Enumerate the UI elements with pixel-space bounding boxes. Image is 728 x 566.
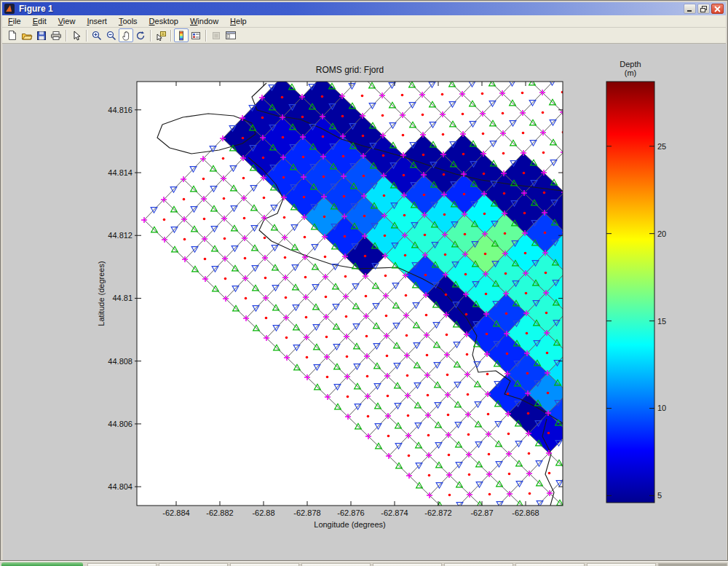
taskbar-button[interactable] [515,563,585,566]
rho-point-marker [464,273,467,276]
menu-bar: FileEditViewInsertToolsDesktopWindowHelp [2,15,726,28]
insert-colorbar-button[interactable] [174,28,189,42]
rho-point-marker [544,232,547,235]
rho-point-marker [522,132,525,135]
rho-point-marker [504,232,507,235]
menu-item-edit[interactable]: Edit [27,16,52,27]
rho-point-marker [344,275,347,278]
menu-item-file[interactable]: File [2,16,27,27]
rho-point-marker [443,173,446,176]
show-plot-tools-icon [225,31,237,40]
open-file-button[interactable] [20,28,34,42]
rho-point-marker [365,335,368,338]
hide-plot-tools-icon [212,31,221,40]
rho-point-marker [242,137,245,140]
taskbar-button[interactable] [658,563,727,566]
rho-point-marker [408,455,411,457]
rho-point-marker [381,114,384,117]
rho-point-marker [404,254,407,257]
roms-grid-plot[interactable]: -62.884-62.882-62.88-62.878-62.876-62.87… [3,44,727,560]
rho-point-marker [488,453,491,456]
rho-point-marker [343,195,346,198]
start-button[interactable] [1,562,83,566]
menu-item-desktop[interactable]: Desktop [143,16,184,27]
new-file-icon [7,30,17,41]
y-axis-label: Latitude (degrees) [97,261,106,326]
taskbar-button[interactable] [444,563,513,566]
rho-point-marker [422,154,425,157]
rho-point-marker [321,95,324,98]
toolbar [2,28,726,44]
rho-point-marker [367,415,370,418]
show-plot-tools-button[interactable] [223,28,238,42]
rho-point-marker [482,133,485,135]
pan-hand-icon [122,31,131,41]
taskbar-button[interactable] [301,563,371,566]
taskbar-button[interactable] [87,563,157,566]
restore-button[interactable] [697,4,710,14]
menu-item-help[interactable]: Help [224,16,253,27]
taskbar-button[interactable] [230,563,299,566]
new-figure-button[interactable] [5,28,20,42]
rho-point-marker [547,392,550,395]
menu-item-window[interactable]: Window [184,16,224,27]
edit-plot-button[interactable] [69,28,84,42]
rho-point-marker [406,374,409,377]
rho-point-marker [326,376,329,379]
rho-point-marker [282,136,285,139]
colorbar-tick-label: 10 [657,404,666,412]
rho-point-marker [542,111,545,114]
window-title: Figure 1 [19,4,684,14]
rho-point-marker [263,197,266,200]
rho-point-marker [428,474,431,477]
plot-title: ROMS grid: Fjord [316,65,384,75]
zoom-in-button[interactable] [90,28,104,42]
rho-point-marker [507,393,510,396]
data-cursor-button[interactable] [154,28,168,42]
rho-point-marker [484,253,487,256]
insert-legend-button[interactable] [189,28,203,42]
y-tick-label: 44.804 [108,482,132,491]
windows-taskbar [0,561,728,566]
rho-point-marker [403,214,406,217]
printer-icon [50,31,62,41]
rotate-3d-button[interactable] [133,28,148,42]
minimize-button[interactable] [684,4,696,14]
rho-point-marker [202,178,205,181]
menu-item-view[interactable]: View [52,16,82,27]
rho-point-marker [424,234,427,237]
taskbar-button[interactable] [587,563,656,566]
rho-point-marker [448,454,451,457]
rho-point-marker [524,252,527,255]
rho-point-marker [405,334,408,337]
rho-point-marker [502,112,505,115]
y-tick-label: 44.808 [108,357,132,366]
title-bar[interactable]: Figure 1 [2,2,726,15]
taskbar-button[interactable] [373,563,442,566]
rho-point-marker [481,93,484,95]
menu-item-insert[interactable]: Insert [81,16,113,27]
rho-point-marker [345,315,348,318]
toolbar-separator [150,30,151,42]
colorbar-tick-label: 20 [657,229,666,238]
rho-point-marker [446,374,449,377]
rho-point-marker [384,275,387,278]
close-button[interactable] [711,4,724,14]
rho-point-marker [425,314,428,317]
taskbar-button[interactable] [159,563,228,566]
zoom-out-button[interactable] [104,28,119,42]
save-figure-button[interactable] [34,28,49,42]
rho-point-marker [486,373,489,376]
pan-button[interactable] [119,28,133,42]
rho-point-marker [284,256,287,259]
y-tick-label: 44.816 [108,106,132,114]
rho-point-marker [386,355,389,358]
print-figure-button[interactable] [49,28,63,42]
rho-point-marker [264,237,266,240]
rho-point-marker [285,337,288,339]
menu-item-tools[interactable]: Tools [113,16,143,27]
rho-point-marker [448,494,451,497]
hide-plot-tools-button[interactable] [209,28,223,42]
rho-point-marker [468,473,471,476]
rho-point-marker [502,152,505,155]
